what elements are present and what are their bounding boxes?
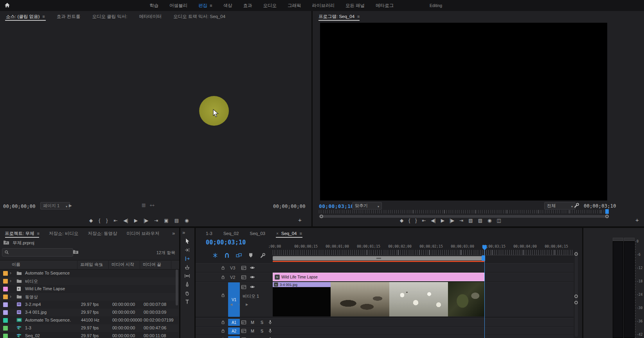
- workspace-tab[interactable]: 오디오: [263, 3, 277, 9]
- step-forward-icon[interactable]: |▶: [450, 218, 454, 223]
- clip-thumbnail-gannets[interactable]: [389, 282, 448, 316]
- workspace-tab[interactable]: 라이브러리: [312, 3, 335, 9]
- program-position-timecode[interactable]: 00;00;03;10: [319, 203, 354, 209]
- workspace-tab[interactable]: 모든 패널: [345, 3, 365, 9]
- source-monitor-tab[interactable]: 소스: (클립 없음): [0, 11, 51, 22]
- search-input[interactable]: [11, 250, 63, 255]
- tools-overflow-icon[interactable]: »: [182, 230, 185, 235]
- project-scrollbar[interactable]: [176, 269, 178, 305]
- label-color-swatch[interactable]: [3, 334, 8, 338]
- linked-selection-icon[interactable]: [236, 252, 242, 259]
- track-name[interactable]: V2: [230, 275, 235, 280]
- source-assign-icon[interactable]: [241, 320, 246, 325]
- program-button-editor-add-icon[interactable]: +: [635, 217, 639, 223]
- source-assign-icon[interactable]: [241, 329, 246, 334]
- workspace-tab[interactable]: 어셈블리: [169, 3, 187, 9]
- audio-track-lane[interactable]: [273, 327, 574, 335]
- go-to-out-icon[interactable]: ⇥: [154, 218, 158, 223]
- program-monitor-tab[interactable]: 프로그램: Seq_04: [313, 11, 365, 22]
- type-tool[interactable]: [182, 298, 192, 305]
- workspace-tab[interactable]: 메타로그: [376, 3, 394, 9]
- source-monitor-tab[interactable]: 오디오 클립 믹서:: [86, 11, 133, 22]
- expand-chevron-icon[interactable]: [10, 278, 11, 284]
- label-color-swatch[interactable]: [3, 271, 8, 276]
- clip-3-4-001-thumbnail[interactable]: [273, 282, 331, 316]
- mute-button[interactable]: M: [251, 320, 254, 325]
- slip-tool[interactable]: [182, 272, 192, 280]
- audio-track-header[interactable]: A1 M S: [196, 318, 273, 327]
- audio-track-header[interactable]: A2 M S: [196, 327, 273, 335]
- timeline-position-timecode[interactable]: 00;00;03;10: [206, 239, 246, 246]
- program-playhead-marker[interactable]: [605, 209, 609, 214]
- overwrite-icon[interactable]: ▤: [174, 218, 179, 223]
- audio-track-lane[interactable]: [273, 318, 574, 327]
- scrollbar-right-handle[interactable]: [605, 215, 609, 218]
- lock-icon[interactable]: [221, 265, 225, 271]
- sequence-tab[interactable]: Seq_03: [244, 228, 271, 239]
- project-panel-tab[interactable]: 저장소: 비디오: [44, 228, 83, 239]
- track-select-forward-tool[interactable]: [182, 246, 192, 254]
- expand-chevron-icon[interactable]: [10, 270, 11, 276]
- expand-chevron-icon[interactable]: [10, 294, 11, 299]
- source-page-selector[interactable]: 페이지 1: [40, 202, 70, 210]
- label-color-swatch[interactable]: [3, 287, 8, 291]
- export-frame-icon[interactable]: ◉: [185, 218, 189, 223]
- source-monitor-tab[interactable]: 메타데이터: [133, 11, 167, 22]
- panel-menu-icon[interactable]: [37, 231, 39, 236]
- pen-tool[interactable]: [182, 280, 192, 288]
- mark-out-icon[interactable]: }: [106, 218, 108, 223]
- source-assign-icon[interactable]: [241, 275, 246, 280]
- source-position-timecode[interactable]: 00;00;00;00: [3, 204, 36, 209]
- audio-track-header[interactable]: A3 M S: [196, 335, 273, 338]
- source-patch-audio[interactable]: A2: [228, 327, 240, 334]
- panel-menu-icon[interactable]: [299, 231, 302, 236]
- label-color-swatch[interactable]: [3, 295, 8, 299]
- toggle-track-output-eye-icon[interactable]: [250, 265, 255, 271]
- solo-button[interactable]: S: [261, 320, 263, 325]
- timeline-playhead-line[interactable]: [484, 250, 485, 338]
- project-panel-tab[interactable]: 미디어 브라우저: [122, 228, 164, 239]
- panel-menu-icon[interactable]: [42, 14, 45, 19]
- source-monitor-tab[interactable]: 효과 컨트롤: [51, 11, 86, 22]
- sequence-tab[interactable]: Seq_04: [271, 228, 308, 239]
- workspace-tab[interactable]: 학습: [149, 3, 158, 9]
- project-file-name[interactable]: 무제.prproj: [13, 240, 34, 246]
- nest-sequence-icon[interactable]: [212, 252, 218, 259]
- label-color-swatch[interactable]: [3, 326, 8, 331]
- source-patch-audio[interactable]: A1: [228, 319, 240, 326]
- program-mini-ruler[interactable]: [319, 210, 609, 213]
- button-editor-icon[interactable]: ++: [149, 203, 155, 208]
- timeline-settings-wrench-icon[interactable]: [260, 253, 266, 259]
- track-name[interactable]: V3: [230, 266, 235, 270]
- program-zoom-scrollbar[interactable]: [319, 215, 609, 218]
- search-box[interactable]: [2, 248, 73, 257]
- add-marker-icon[interactable]: [248, 253, 254, 259]
- sort-ascending-icon[interactable]: [101, 262, 103, 266]
- column-name[interactable]: 이름: [12, 262, 20, 268]
- column-media-end[interactable]: 미디어 끝: [143, 262, 161, 268]
- project-folder-up-icon[interactable]: [3, 240, 9, 246]
- track-header-v1[interactable]: V1 비디오 1 ◀ ○ ▶: [196, 282, 273, 317]
- label-color-swatch[interactable]: [3, 318, 8, 323]
- go-to-in-icon[interactable]: ⇤: [422, 218, 426, 223]
- mark-in-icon[interactable]: {: [99, 218, 100, 223]
- clip-wild-life-time-lapse[interactable]: fx Wild Life Time Lapse: [273, 273, 484, 281]
- add-marker-icon[interactable]: ◆: [89, 218, 93, 223]
- project-panel-tab[interactable]: 저장소: 동영상: [83, 228, 122, 239]
- selection-tool[interactable]: [182, 237, 192, 245]
- label-color-swatch[interactable]: [3, 279, 8, 284]
- go-to-in-icon[interactable]: ⇤: [113, 218, 117, 223]
- track-label[interactable]: 비디오 1: [243, 293, 259, 299]
- scrollbar-left-handle[interactable]: [320, 215, 323, 218]
- label-color-swatch[interactable]: [3, 302, 8, 307]
- source-patch-audio[interactable]: A3: [228, 336, 240, 338]
- toggle-track-output-eye-icon[interactable]: [250, 284, 255, 290]
- project-item-row[interactable]: Automate To Sequence: [0, 269, 178, 277]
- project-panel-tab[interactable]: 프로젝트: 무제: [0, 228, 44, 239]
- scrollbar-handle[interactable]: [574, 252, 578, 256]
- project-item-row[interactable]: Wild Life Time Lapse: [0, 285, 178, 293]
- project-item-row[interactable]: 비디오: [0, 277, 178, 285]
- mark-out-icon[interactable]: }: [415, 218, 417, 223]
- workspace-tab[interactable]: 그래픽: [288, 3, 301, 9]
- sequence-tab[interactable]: 1-3: [200, 228, 218, 239]
